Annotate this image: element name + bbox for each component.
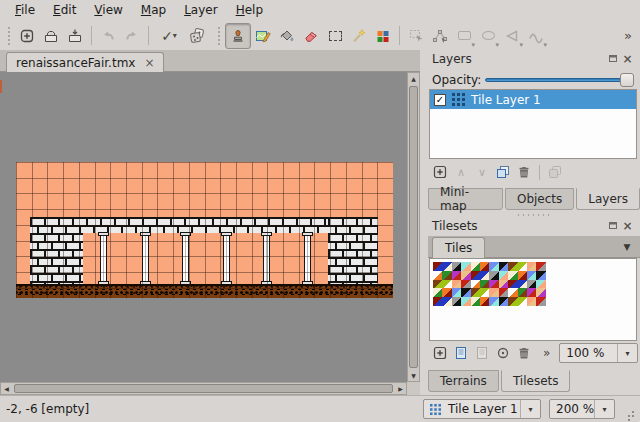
tileset-tile[interactable] xyxy=(518,297,527,306)
tileset-tile[interactable] xyxy=(499,288,508,297)
tileset-tile[interactable] xyxy=(508,297,517,306)
tileset-tile[interactable] xyxy=(433,288,442,297)
tileset-tile[interactable] xyxy=(499,262,508,271)
tileset-tile[interactable] xyxy=(452,262,461,271)
tileset-tile[interactable] xyxy=(433,280,442,289)
scroll-right-arrow[interactable]: ▶ xyxy=(395,383,406,394)
opacity-slider-track[interactable] xyxy=(485,78,634,82)
select-objects-button[interactable] xyxy=(404,24,428,48)
tileset-tile[interactable] xyxy=(480,271,489,280)
tileset-tile[interactable] xyxy=(536,262,545,271)
tileset-properties-button[interactable] xyxy=(493,343,513,363)
menu-layer[interactable]: Layer xyxy=(175,1,226,20)
combo-dropdown-icon[interactable]: ▾ xyxy=(617,344,637,362)
tileset-grid[interactable] xyxy=(433,262,546,306)
edit-polygons-button[interactable] xyxy=(428,24,452,48)
dock-resize-handle[interactable] xyxy=(516,213,552,217)
opacity-slider-handle[interactable] xyxy=(620,73,634,87)
toolbar-drag-handle[interactable] xyxy=(7,26,12,46)
opacity-slider[interactable] xyxy=(485,73,634,87)
scroll-up-arrow[interactable]: ▲ xyxy=(408,73,419,84)
tileset-tile[interactable] xyxy=(471,271,480,280)
tileset-zoom-combo[interactable]: 100 % ▾ xyxy=(559,343,638,363)
close-panel-button[interactable]: × xyxy=(622,53,633,64)
tileset-tile[interactable] xyxy=(499,271,508,280)
tileset-view[interactable] xyxy=(429,258,637,341)
remove-tileset-button[interactable] xyxy=(514,343,534,363)
menu-map[interactable]: Map xyxy=(132,1,175,20)
lower-layer-button[interactable]: ∨ xyxy=(472,162,492,182)
combo-dropdown-icon[interactable]: ▾ xyxy=(594,400,614,418)
magic-wand-button[interactable] xyxy=(347,24,371,48)
tileset-tile[interactable] xyxy=(452,271,461,280)
tile-map[interactable] xyxy=(16,162,393,298)
tileset-tile[interactable] xyxy=(489,262,498,271)
tileset-tile[interactable] xyxy=(461,262,470,271)
tileset-tile[interactable] xyxy=(489,271,498,280)
toolbar-overflow-button[interactable]: » xyxy=(624,28,636,43)
tileset-tile[interactable] xyxy=(461,297,470,306)
duplicate-layer-button[interactable] xyxy=(493,162,513,182)
current-layer-combo[interactable]: Tile Layer 1 ▾ xyxy=(423,399,541,419)
add-layer-button[interactable] xyxy=(430,162,450,182)
tileset-tile[interactable] xyxy=(527,288,536,297)
tileset-overflow-button[interactable]: » xyxy=(543,346,550,360)
dock-splitter[interactable] xyxy=(420,50,428,395)
insert-rectangle-button[interactable] xyxy=(452,24,476,48)
tileset-tile[interactable] xyxy=(442,280,451,289)
tileset-tile[interactable] xyxy=(536,288,545,297)
highlight-layer-button[interactable] xyxy=(545,162,565,182)
new-map-button[interactable] xyxy=(15,24,39,48)
tileset-tile[interactable] xyxy=(461,280,470,289)
tab-objects[interactable]: Objects xyxy=(505,188,574,210)
horizontal-scrollbar[interactable]: ◀ ▶ xyxy=(0,382,407,395)
tileset-tile[interactable] xyxy=(518,288,527,297)
tileset-tile[interactable] xyxy=(452,297,461,306)
menu-file[interactable]: File xyxy=(6,1,44,20)
tileset-tile[interactable] xyxy=(508,262,517,271)
tab-mini-map[interactable]: Mini-map xyxy=(428,188,503,210)
random-mode-button[interactable] xyxy=(185,24,209,48)
tileset-tile[interactable] xyxy=(518,262,527,271)
tileset-tile[interactable] xyxy=(442,271,451,280)
tileset-tile[interactable] xyxy=(518,280,527,289)
tileset-tile[interactable] xyxy=(518,271,527,280)
tileset-tile[interactable] xyxy=(471,280,480,289)
bucket-fill-button[interactable] xyxy=(275,24,299,48)
tileset-tile[interactable] xyxy=(480,280,489,289)
tileset-tile[interactable] xyxy=(452,280,461,289)
float-panel-button[interactable] xyxy=(607,220,618,231)
tileset-tile[interactable] xyxy=(480,288,489,297)
tileset-tile[interactable] xyxy=(471,288,480,297)
tab-terrains[interactable]: Terrains xyxy=(428,370,499,392)
tileset-tile[interactable] xyxy=(508,288,517,297)
insert-polygon-button[interactable] xyxy=(500,24,524,48)
rectangular-select-button[interactable] xyxy=(323,24,347,48)
tileset-tile[interactable] xyxy=(499,280,508,289)
tab-close-icon[interactable]: × xyxy=(144,57,154,69)
stamp-brush-button[interactable] xyxy=(225,23,251,49)
tileset-tile[interactable] xyxy=(527,297,536,306)
insert-ellipse-button[interactable] xyxy=(476,24,500,48)
undo-button[interactable] xyxy=(96,24,120,48)
menu-help[interactable]: Help xyxy=(227,1,272,20)
tileset-tile[interactable] xyxy=(527,280,536,289)
vertical-scrollbar[interactable]: ▲ ▼ xyxy=(407,72,420,382)
tileset-tile[interactable] xyxy=(508,271,517,280)
insert-polyline-button[interactable] xyxy=(524,24,548,48)
tileset-tile[interactable] xyxy=(461,288,470,297)
tileset-tile[interactable] xyxy=(442,262,451,271)
tileset-tile[interactable] xyxy=(536,297,545,306)
new-tileset-button[interactable] xyxy=(430,343,450,363)
tileset-tile[interactable] xyxy=(480,297,489,306)
tileset-tile[interactable] xyxy=(471,262,480,271)
tileset-tile[interactable] xyxy=(433,297,442,306)
tab-layers[interactable]: Layers xyxy=(576,188,640,210)
import-tileset-button[interactable] xyxy=(451,343,471,363)
float-panel-button[interactable] xyxy=(607,53,618,64)
tileset-tile[interactable] xyxy=(527,271,536,280)
tileset-tile[interactable] xyxy=(452,288,461,297)
menu-view[interactable]: View xyxy=(85,1,131,20)
horizontal-scroll-thumb[interactable] xyxy=(14,384,393,393)
tileset-tile[interactable] xyxy=(489,280,498,289)
